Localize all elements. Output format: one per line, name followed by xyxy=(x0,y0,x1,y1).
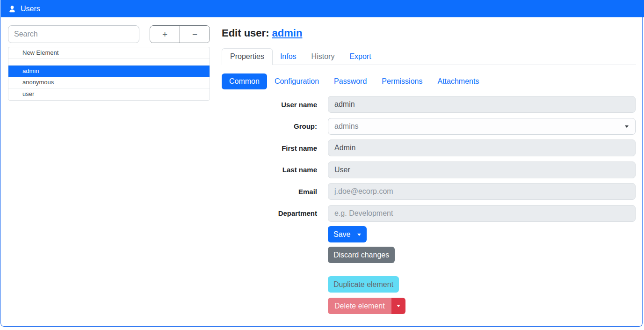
group-label: Group: xyxy=(222,122,317,130)
pill-bar: Common Configuration Password Permission… xyxy=(222,73,486,89)
email-field[interactable] xyxy=(328,183,636,200)
delete-split-button: Delete element xyxy=(328,298,405,314)
discard-changes-button[interactable]: Discard changes xyxy=(328,247,395,263)
pill-common[interactable]: Common xyxy=(222,73,267,89)
username-label: User name xyxy=(222,101,317,109)
edit-user-form: User name Group: admins First name Last … xyxy=(222,96,636,227)
delete-element-button[interactable]: Delete element xyxy=(328,298,391,314)
pill-configuration[interactable]: Configuration xyxy=(267,73,326,89)
chevron-down-icon xyxy=(625,125,629,128)
list-item-admin[interactable]: admin xyxy=(8,66,210,77)
search-input[interactable] xyxy=(8,25,139,43)
page-title-prefix: Edit user: xyxy=(222,27,272,39)
email-label: Email xyxy=(222,188,317,196)
list-item-user[interactable]: user xyxy=(8,88,210,100)
username-field[interactable] xyxy=(328,96,636,113)
form-row: Last name xyxy=(222,161,636,178)
remove-element-button[interactable]: − xyxy=(180,26,210,43)
delete-dropdown-toggle[interactable] xyxy=(391,298,405,314)
chevron-down-icon xyxy=(357,234,361,236)
group-select[interactable]: admins xyxy=(328,118,636,135)
form-row: Email xyxy=(222,183,636,200)
group-select-value: admins xyxy=(334,122,359,130)
form-row: First name xyxy=(222,139,636,156)
firstname-field[interactable] xyxy=(328,139,636,156)
app-title: Users xyxy=(21,5,40,13)
list-item-anonymous[interactable]: anonymous xyxy=(8,77,210,88)
pill-attachments[interactable]: Attachments xyxy=(430,73,486,89)
list-item-spacer xyxy=(8,62,210,66)
tab-bar: Properties Infos History Export xyxy=(222,47,636,65)
form-row: Group: admins xyxy=(222,118,636,135)
tab-history: History xyxy=(304,49,342,65)
pill-permissions[interactable]: Permissions xyxy=(374,73,430,89)
form-row: Department xyxy=(222,205,636,222)
topbar: Users xyxy=(0,0,644,17)
form-row: User name xyxy=(222,96,636,113)
user-list: New Element admin anonymous user xyxy=(8,47,210,101)
list-toolbar: + − xyxy=(150,25,210,43)
tab-export[interactable]: Export xyxy=(342,49,378,65)
person-icon xyxy=(8,5,16,13)
duplicate-element-button[interactable]: Duplicate element xyxy=(328,276,399,293)
page-title: Edit user: admin xyxy=(222,27,302,39)
tab-properties[interactable]: Properties xyxy=(222,48,273,65)
department-field[interactable] xyxy=(328,205,636,222)
chevron-down-icon xyxy=(397,305,400,307)
tab-infos[interactable]: Infos xyxy=(273,49,304,65)
app-frame: Users + − New Element admin anonymous us… xyxy=(0,0,643,327)
pill-password[interactable]: Password xyxy=(326,73,374,89)
firstname-label: First name xyxy=(222,144,317,152)
save-button[interactable]: Save xyxy=(328,226,367,242)
department-label: Department xyxy=(222,209,317,217)
list-item-new-element[interactable]: New Element xyxy=(8,47,210,59)
lastname-label: Last name xyxy=(222,166,317,174)
list-item-spacer xyxy=(8,59,210,62)
add-element-button[interactable]: + xyxy=(150,26,180,43)
edited-user-link[interactable]: admin xyxy=(272,27,303,39)
lastname-field[interactable] xyxy=(328,161,636,178)
save-button-label: Save xyxy=(333,230,350,238)
